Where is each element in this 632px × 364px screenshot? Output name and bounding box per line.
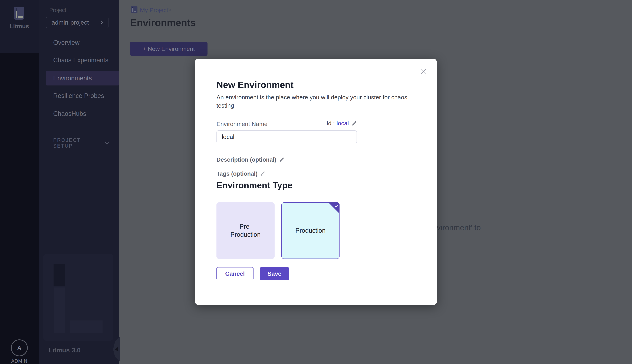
avatar[interactable]: A	[11, 340, 28, 356]
selected-corner	[324, 202, 340, 218]
logo-vbar	[16, 11, 18, 18]
avatar-label: ADMIN	[0, 358, 38, 364]
chevron-down-icon	[104, 140, 109, 146]
edit-description-icon[interactable]	[279, 157, 285, 162]
litmus-logo-icon[interactable]	[14, 7, 24, 20]
id-value: local	[336, 120, 349, 127]
project-label: Project	[49, 7, 66, 13]
version-label: Litmus 3.0	[48, 346, 80, 354]
environment-name-label: Environment Name	[216, 120, 268, 128]
modal-description: An environment is the place where you wi…	[216, 93, 411, 110]
sidebar-rail: Litmus A ADMIN	[0, 0, 38, 364]
environment-name-input[interactable]	[216, 130, 357, 144]
new-environment-modal: New Environment An environment is the pl…	[195, 59, 437, 305]
sidebar-item-overview[interactable]: Overview	[46, 36, 120, 50]
environment-type-heading: Environment Type	[216, 180, 292, 190]
project-select[interactable]: admin-project	[46, 17, 108, 28]
sidebar-nav: Project admin-project Overview Chaos Exp…	[38, 0, 120, 364]
project-setup-label: PROJECT SETUP	[53, 137, 98, 149]
new-environment-button[interactable]: + New Environment	[130, 42, 208, 56]
skeleton-block	[70, 320, 102, 333]
sidebar-divider	[49, 128, 113, 128]
sidebar-item-environments[interactable]: Environments	[46, 71, 120, 86]
description-optional-label: Description (optional)	[216, 156, 276, 163]
brand-label: Litmus	[0, 23, 38, 30]
breadcrumb[interactable]: My Project	[140, 7, 168, 14]
close-icon[interactable]	[420, 68, 428, 75]
logo-hbar	[18, 16, 23, 18]
cancel-button[interactable]: Cancel	[216, 267, 254, 280]
chevron-right-icon	[100, 20, 104, 25]
check-icon	[334, 204, 339, 208]
save-button[interactable]: Save	[260, 267, 289, 280]
skeleton-block	[54, 288, 65, 333]
sidebar-collapse-handle[interactable]	[113, 336, 120, 362]
empty-state-text: vironment' to	[437, 223, 481, 232]
skeleton-block	[54, 264, 65, 286]
sidebar-item-chaos-experiments[interactable]: Chaos Experiments	[46, 53, 120, 68]
modal-title: New Environment	[216, 80, 294, 90]
description-optional-row: Description (optional)	[216, 156, 285, 163]
collapse-arrow-icon	[115, 347, 118, 352]
type-card-pre-production[interactable]: Pre-Production	[216, 202, 274, 259]
environment-id-group: Id : local	[304, 120, 357, 127]
project-setup-section[interactable]: PROJECT SETUP	[53, 137, 109, 149]
type-card-production[interactable]: Production	[282, 202, 340, 259]
sidebar-item-chaoshubs[interactable]: ChaosHubs	[46, 106, 120, 121]
edit-tags-icon[interactable]	[260, 171, 266, 176]
project-select-value: admin-project	[52, 19, 100, 26]
id-label: Id :	[326, 120, 335, 127]
breadcrumb-logo-icon	[131, 6, 138, 13]
breadcrumb-chevron: >	[168, 7, 172, 13]
sidebar-promo-card	[43, 254, 114, 341]
tags-optional-label: Tags (optional)	[216, 170, 258, 177]
logo-notch	[16, 8, 18, 11]
tags-optional-row: Tags (optional)	[216, 170, 266, 177]
sidebar-item-resilience-probes[interactable]: Resilience Probes	[46, 89, 120, 103]
edit-id-icon[interactable]	[351, 120, 357, 126]
page-title: Environments	[130, 17, 196, 28]
header-divider	[120, 35, 632, 35]
